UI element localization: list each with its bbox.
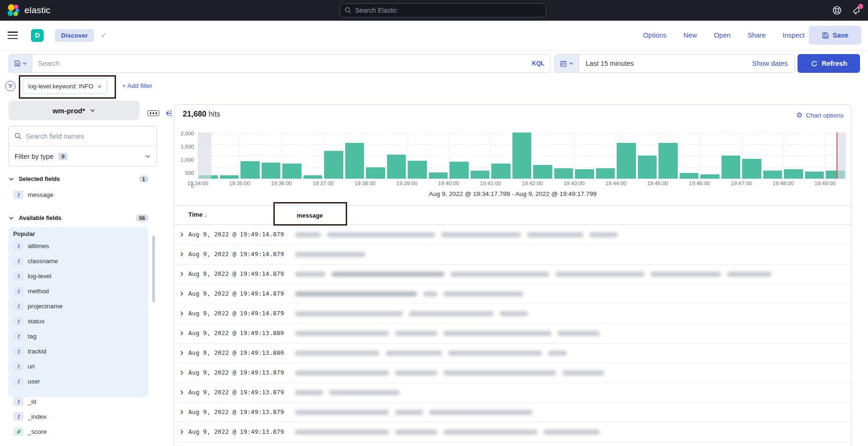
expand-row-icon[interactable] [179, 350, 185, 356]
chevron-down-icon [90, 108, 95, 113]
field-item[interactable]: tlog-level [8, 268, 148, 283]
histogram-bar[interactable] [324, 151, 343, 179]
field-item[interactable]: talltimes [8, 238, 148, 253]
histogram-bar[interactable] [345, 143, 364, 179]
field-item[interactable]: turi [8, 359, 148, 374]
global-search[interactable] [340, 3, 546, 17]
global-search-input[interactable] [355, 7, 541, 14]
field-item[interactable]: tprojectname [8, 298, 148, 313]
expand-row-icon[interactable] [179, 232, 185, 237]
histogram-bar[interactable] [596, 168, 615, 179]
histogram-bar[interactable] [659, 143, 678, 179]
time-column-header[interactable]: Time↓ [188, 211, 208, 218]
histogram[interactable] [198, 133, 846, 179]
histogram-bar[interactable] [680, 173, 699, 179]
histogram-bar[interactable] [575, 169, 594, 179]
histogram-bar[interactable] [700, 174, 720, 179]
filter-by-type-button[interactable]: Filter by type 0 [9, 146, 156, 166]
expand-row-icon[interactable] [179, 271, 185, 277]
chart-options-button[interactable]: ⚙ Chart options [796, 111, 844, 119]
field-item[interactable]: t_index [8, 409, 148, 424]
expand-row-icon[interactable] [179, 311, 185, 316]
histogram-bar[interactable] [387, 155, 406, 179]
histogram-bar[interactable] [450, 162, 469, 179]
filter-pill[interactable]: log-level.keyword: INFO × [23, 78, 107, 94]
histogram-bar[interactable] [471, 171, 490, 179]
show-dates-button[interactable]: Show dates [752, 60, 794, 67]
sidebar-scrollbar[interactable] [152, 235, 155, 302]
filter-menu-icon[interactable] [5, 81, 16, 91]
refresh-button[interactable]: Refresh [798, 54, 860, 73]
options-link[interactable]: Options [643, 31, 666, 39]
expand-row-icon[interactable] [179, 370, 185, 376]
field-item[interactable]: tuser [8, 374, 148, 389]
histogram-bar[interactable] [408, 161, 427, 179]
histogram-bar[interactable] [303, 175, 323, 179]
field-item[interactable]: ttag [8, 329, 148, 344]
help-icon[interactable] [832, 6, 842, 15]
expand-row-icon[interactable] [179, 251, 185, 257]
index-pattern-select[interactable]: wm-prod* [8, 101, 140, 120]
table-row: Aug 9, 2022 @ 19:49:13.879 [174, 363, 851, 383]
elastic-brand[interactable]: elastic [7, 4, 50, 17]
histogram-bar[interactable] [429, 172, 448, 179]
deployment-badge[interactable]: D [31, 29, 44, 42]
histogram-bar[interactable] [240, 161, 260, 179]
expand-row-icon[interactable] [179, 291, 185, 297]
expand-row-icon[interactable] [179, 390, 185, 395]
histogram-bar[interactable] [220, 175, 239, 179]
query-language-button[interactable]: KQL [527, 60, 544, 67]
expand-row-icon[interactable] [179, 330, 185, 336]
inspect-link[interactable]: Inspect [783, 31, 805, 39]
histogram-bar[interactable] [805, 172, 824, 179]
selected-fields-header[interactable]: Selected fields 1 [8, 174, 148, 184]
field-item[interactable]: tmethod [8, 283, 148, 298]
histogram-bar[interactable] [554, 168, 574, 179]
histogram-bar[interactable] [638, 156, 657, 179]
field-item[interactable]: #_score [8, 424, 148, 439]
field-item[interactable]: tclassname [8, 253, 148, 268]
histogram-bar[interactable] [763, 171, 783, 179]
field-search-input[interactable] [26, 133, 151, 140]
expand-row-icon[interactable] [179, 429, 185, 435]
histogram-bar[interactable] [262, 163, 281, 179]
field-item[interactable]: tmessage [8, 187, 148, 202]
current-time-marker [837, 133, 837, 179]
row-time: Aug 9, 2022 @ 19:49:14.879 [188, 270, 284, 277]
collapse-sidebar-icon[interactable] [165, 110, 173, 117]
histogram-bar[interactable] [617, 143, 636, 179]
field-item[interactable]: ttrackid [8, 344, 148, 359]
query-input[interactable] [38, 60, 527, 67]
date-quick-menu-button[interactable] [555, 55, 579, 72]
breadcrumb-discover[interactable]: Discover [55, 29, 94, 42]
new-link[interactable]: New [683, 31, 697, 39]
histogram-bar[interactable] [533, 165, 552, 179]
share-link[interactable]: Share [748, 31, 766, 39]
histogram-bar[interactable] [512, 133, 532, 179]
newsfeed-icon[interactable] [852, 6, 861, 15]
y-tick-label: 500 [185, 170, 194, 176]
histogram-bar[interactable] [721, 156, 741, 179]
histogram-bar[interactable] [491, 164, 511, 179]
menu-icon[interactable] [8, 31, 18, 39]
message-column-header[interactable]: message [283, 206, 337, 225]
histogram-bar[interactable] [366, 167, 385, 179]
results-panel: 21,680 hits ⚙ Chart options 2,0001,5001,… [174, 104, 852, 446]
row-message-redacted [295, 311, 528, 316]
add-filter-button[interactable]: + Add filter [122, 82, 152, 89]
expand-row-icon[interactable] [179, 409, 185, 415]
field-item[interactable]: tstatus [8, 313, 148, 329]
time-range-value[interactable]: Last 15 minutes [579, 60, 634, 67]
save-button[interactable]: Save [809, 26, 861, 45]
histogram-bar[interactable] [742, 159, 761, 179]
field-item[interactable]: t_id [8, 394, 148, 409]
histogram-bar[interactable] [282, 164, 302, 179]
open-link[interactable]: Open [714, 31, 730, 39]
available-fields-header[interactable]: Available fields 56 [8, 213, 148, 223]
document-explorer-icon[interactable] [147, 110, 159, 116]
row-message-redacted [295, 252, 365, 257]
histogram-bar[interactable] [784, 169, 803, 179]
saved-query-menu-button[interactable] [8, 54, 32, 73]
partial-bucket-shade [837, 133, 846, 179]
remove-filter-icon[interactable]: × [98, 83, 101, 90]
